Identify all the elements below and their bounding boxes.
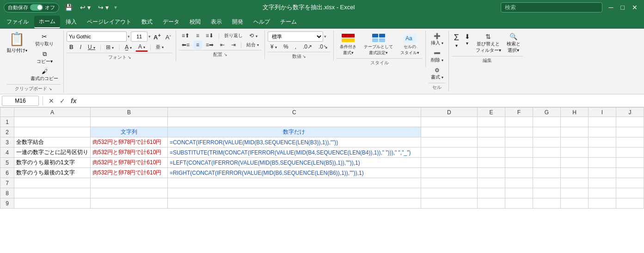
cell-j2[interactable] bbox=[616, 127, 644, 137]
formula-input[interactable] bbox=[80, 96, 642, 106]
align-top-center-button[interactable]: ≡ bbox=[193, 31, 202, 40]
cell-b2[interactable]: 文字列 bbox=[91, 127, 168, 137]
cell-a5[interactable]: 数字のうち最初の1文字 bbox=[14, 158, 91, 168]
cell-i9[interactable] bbox=[588, 198, 616, 209]
cell-f9[interactable] bbox=[505, 198, 533, 209]
format-cells-button[interactable]: ⚙ 書式 ▾ bbox=[429, 66, 446, 82]
cell-e5[interactable] bbox=[477, 158, 505, 168]
cell-i2[interactable] bbox=[588, 127, 616, 137]
cell-g6[interactable] bbox=[533, 168, 560, 178]
font-color-button[interactable]: A ▾ bbox=[135, 43, 148, 52]
autosave-badge[interactable]: 自動保存 オフ bbox=[4, 3, 59, 12]
cell-i7[interactable] bbox=[588, 178, 616, 188]
decrease-decimal-button[interactable]: .0↘ bbox=[316, 43, 331, 51]
comma-button[interactable]: , bbox=[292, 43, 299, 51]
row-num-8[interactable]: 8 bbox=[0, 188, 14, 198]
cell-e2[interactable] bbox=[477, 127, 505, 137]
menu-page-layout[interactable]: ページレイアウト bbox=[82, 16, 136, 28]
fill-color-button[interactable]: A̲ ▾ bbox=[122, 43, 135, 51]
cell-g4[interactable] bbox=[533, 148, 560, 158]
percent-button[interactable]: % bbox=[281, 43, 291, 51]
menu-team[interactable]: チーム bbox=[276, 16, 301, 28]
autosave-toggle[interactable] bbox=[30, 4, 43, 11]
cell-g1[interactable] bbox=[533, 117, 560, 127]
indent-decrease-button[interactable]: ⇤ bbox=[217, 41, 227, 49]
cell-h8[interactable] bbox=[560, 188, 588, 198]
cell-a2[interactable] bbox=[14, 127, 91, 137]
number-format-dropdown[interactable]: ▾ bbox=[324, 34, 326, 39]
cell-c4[interactable]: =SUBSTITUTE(TRIM(CONCAT(IFERROR(VALUE(MI… bbox=[167, 148, 421, 158]
align-top-right-button[interactable]: ≡⬇ bbox=[203, 31, 216, 40]
cell-a3[interactable]: 全数字結合 bbox=[14, 137, 91, 148]
cell-c1[interactable] bbox=[167, 117, 421, 127]
insert-cells-button[interactable]: ➕ 挿入 ▾ bbox=[429, 31, 446, 48]
cell-c6[interactable]: =RIGHT(CONCAT(IFERROR(VALUE(MID(B6,SEQUE… bbox=[167, 168, 421, 178]
cell-f5[interactable] bbox=[505, 158, 533, 168]
row-num-1[interactable]: 1 bbox=[0, 117, 14, 127]
menu-home[interactable]: ホーム bbox=[34, 16, 60, 28]
cell-j7[interactable] bbox=[616, 178, 644, 188]
increase-decimal-button[interactable]: .0↗ bbox=[300, 43, 315, 51]
align-left-button[interactable]: ⬅≡ bbox=[179, 41, 192, 49]
fill-button[interactable]: ⬇ ▾ bbox=[462, 31, 472, 47]
merge-button[interactable]: 結合 ▾ bbox=[244, 41, 262, 49]
col-header-g[interactable]: G bbox=[533, 108, 560, 117]
cell-d5[interactable] bbox=[421, 158, 477, 168]
cell-b3[interactable]: 肉532円と卵78円で計610円 bbox=[91, 137, 168, 148]
cell-b5[interactable]: 肉532円と卵78円で計610円 bbox=[91, 158, 168, 168]
align-right-button[interactable]: ≡➡ bbox=[203, 41, 216, 49]
increase-font-button[interactable]: A+ bbox=[152, 31, 163, 42]
cell-h4[interactable] bbox=[560, 148, 588, 158]
cell-h9[interactable] bbox=[560, 198, 588, 209]
col-header-f[interactable]: F bbox=[505, 108, 533, 117]
cell-g7[interactable] bbox=[533, 178, 560, 188]
cell-reference-input[interactable] bbox=[2, 96, 39, 106]
cell-i5[interactable] bbox=[588, 158, 616, 168]
bold-button[interactable]: B bbox=[67, 43, 76, 51]
col-header-a[interactable]: A bbox=[14, 108, 91, 117]
text-direction-button[interactable]: ⟲ ▾ bbox=[246, 31, 260, 40]
cell-g2[interactable] bbox=[533, 127, 560, 137]
cell-h5[interactable] bbox=[560, 158, 588, 168]
font-size-dropdown-icon[interactable]: ▾ bbox=[148, 34, 151, 39]
insert-function-button[interactable]: fx bbox=[69, 96, 78, 105]
col-header-b[interactable]: B bbox=[91, 108, 168, 117]
cell-c9[interactable] bbox=[167, 198, 421, 209]
cell-j1[interactable] bbox=[616, 117, 644, 127]
cut-button[interactable]: ✂切り取り bbox=[28, 31, 61, 49]
align-center-button[interactable]: ≡ bbox=[193, 41, 202, 49]
cell-h6[interactable] bbox=[560, 168, 588, 178]
row-num-7[interactable]: 7 bbox=[0, 178, 14, 188]
cell-b6[interactable]: 肉532円と卵78円で計610円 bbox=[91, 168, 168, 178]
menu-develop[interactable]: 開発 bbox=[227, 16, 248, 28]
cell-f3[interactable] bbox=[505, 137, 533, 148]
cell-c5[interactable]: =LEFT(CONCAT(IFERROR(VALUE(MID(B5,SEQUEN… bbox=[167, 158, 421, 168]
confirm-formula-button[interactable]: ✓ bbox=[58, 96, 67, 105]
cell-f2[interactable] bbox=[505, 127, 533, 137]
cell-a4[interactable]: 一連の数字ごとに記号区切り bbox=[14, 148, 91, 158]
col-header-i[interactable]: I bbox=[588, 108, 616, 117]
cell-i4[interactable] bbox=[588, 148, 616, 158]
cell-h1[interactable] bbox=[560, 117, 588, 127]
cell-d3[interactable] bbox=[421, 137, 477, 148]
cell-f8[interactable] bbox=[505, 188, 533, 198]
cell-style-button[interactable]: Aa セルのスタイル▾ bbox=[397, 31, 423, 57]
cell-f1[interactable] bbox=[505, 117, 533, 127]
row-num-9[interactable]: 9 bbox=[0, 198, 14, 209]
cell-j9[interactable] bbox=[616, 198, 644, 209]
delete-cells-button[interactable]: ➖ 削除 ▾ bbox=[429, 49, 446, 65]
cell-g8[interactable] bbox=[533, 188, 560, 198]
cell-b7[interactable] bbox=[91, 178, 168, 188]
phonetic-button[interactable]: 亜 ▾ bbox=[153, 43, 166, 51]
cell-c8[interactable] bbox=[167, 188, 421, 198]
cell-d6[interactable] bbox=[421, 168, 477, 178]
menu-file[interactable]: ファイル bbox=[2, 16, 33, 28]
cancel-formula-button[interactable]: ✕ bbox=[47, 96, 56, 105]
search-input[interactable] bbox=[501, 2, 602, 12]
cell-j4[interactable] bbox=[616, 148, 644, 158]
row-num-5[interactable]: 5 bbox=[0, 158, 14, 168]
align-top-left-button[interactable]: ≡⬆ bbox=[179, 31, 192, 40]
cell-b9[interactable] bbox=[91, 198, 168, 209]
format-painter-button[interactable]: 🖌書式のコピー bbox=[28, 67, 61, 83]
cell-h2[interactable] bbox=[560, 127, 588, 137]
